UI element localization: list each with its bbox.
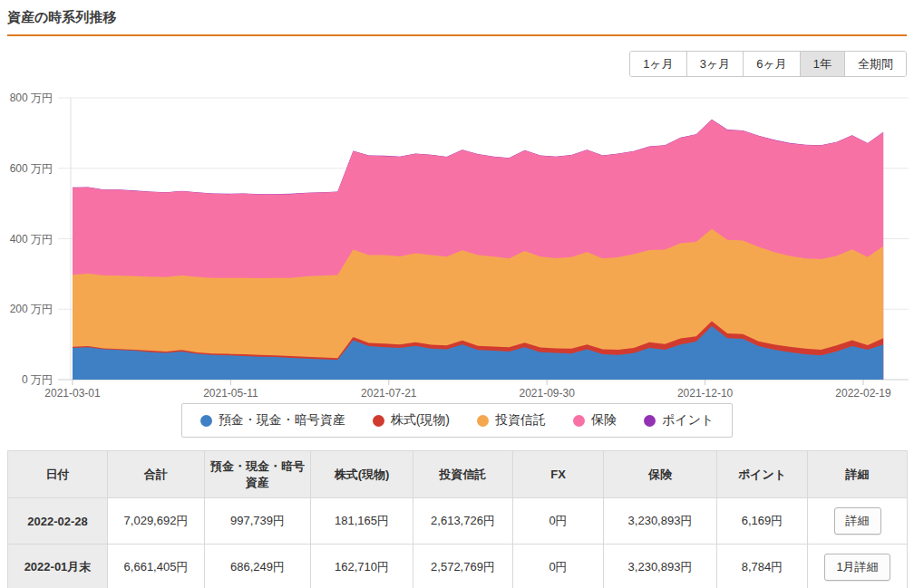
legend-item-4[interactable]: ポイント xyxy=(644,412,714,429)
chart-block: 1ヶ月3ヶ月6ヶ月1年全期間 0 万円200 万円400 万円600 万円800… xyxy=(0,51,914,438)
cell-insurance: 3,230,893円 xyxy=(604,545,717,588)
col-header-6: 保険 xyxy=(604,451,717,498)
y-axis-tick-label: 0 万円 xyxy=(22,373,53,386)
cell-fx: 0円 xyxy=(513,545,604,588)
cell-total: 6,661,405円 xyxy=(108,545,205,588)
y-axis-tick-label: 200 万円 xyxy=(10,303,53,315)
col-header-4: 投資信託 xyxy=(413,451,513,498)
cell-fx: 0円 xyxy=(513,498,604,545)
col-header-8: 詳細 xyxy=(808,451,908,498)
legend-label: 保険 xyxy=(591,412,617,429)
range-button-4[interactable]: 全期間 xyxy=(844,52,906,76)
col-header-2: 預金・現金・暗号資産 xyxy=(205,451,311,498)
col-header-5: FX xyxy=(513,451,604,498)
cell-insurance: 3,230,893円 xyxy=(604,498,717,545)
col-header-3: 株式(現物) xyxy=(311,451,413,498)
col-header-7: ポイント xyxy=(717,451,808,498)
col-header-0: 日付 xyxy=(8,451,108,498)
legend-label: ポイント xyxy=(662,412,714,429)
asset-timeseries-chart: 0 万円200 万円400 万円600 万円800 万円2021-03-0120… xyxy=(0,81,914,400)
legend-item-0[interactable]: 預金・現金・暗号資産 xyxy=(200,412,345,429)
legend-color-dot-icon xyxy=(200,415,212,427)
legend-label: 預金・現金・暗号資産 xyxy=(219,412,345,429)
cell-stocks: 162,710円 xyxy=(311,545,413,588)
legend-item-1[interactable]: 株式(現物) xyxy=(373,412,450,429)
legend-row: 預金・現金・暗号資産株式(現物)投資信託保険ポイント xyxy=(0,403,914,438)
legend-item-3[interactable]: 保険 xyxy=(573,412,617,429)
cell-date: 2022-02-28 xyxy=(8,498,108,545)
legend-color-dot-icon xyxy=(644,415,656,427)
cell-total: 7,029,692円 xyxy=(108,498,205,545)
table-row-1: 2022-01月末6,661,405円686,249円162,710円2,572… xyxy=(8,545,908,588)
y-axis-tick-label: 600 万円 xyxy=(10,162,53,175)
legend-item-2[interactable]: 投資信託 xyxy=(477,412,546,429)
range-button-0[interactable]: 1ヶ月 xyxy=(630,52,686,76)
cell-detail: 詳細 xyxy=(808,498,908,545)
cell-funds: 2,572,769円 xyxy=(413,545,513,588)
table-header-row: 日付合計預金・現金・暗号資産株式(現物)投資信託FX保険ポイント詳細 xyxy=(8,451,908,498)
legend-color-dot-icon xyxy=(477,415,489,427)
col-header-1: 合計 xyxy=(108,451,205,498)
range-button-2[interactable]: 6ヶ月 xyxy=(743,52,800,76)
cell-date: 2022-01月末 xyxy=(8,545,108,588)
cell-points: 6,169円 xyxy=(717,498,808,545)
legend-color-dot-icon xyxy=(573,415,585,427)
y-axis-tick-label: 400 万円 xyxy=(10,233,53,246)
cell-deposits: 686,249円 xyxy=(205,545,311,588)
x-axis-tick-label: 2021-12-10 xyxy=(677,387,734,400)
cell-deposits: 997,739円 xyxy=(205,498,311,545)
legend-label: 投資信託 xyxy=(495,412,546,429)
chart-legend: 預金・現金・暗号資産株式(現物)投資信託保険ポイント xyxy=(181,403,734,438)
x-axis-tick-label: 2021-07-21 xyxy=(361,387,417,400)
asset-table: 日付合計預金・現金・暗号資産株式(現物)投資信託FX保険ポイント詳細 2022-… xyxy=(7,450,908,588)
detail-button-1[interactable]: 1月詳細 xyxy=(824,554,890,581)
page-title: 資産の時系列推移 xyxy=(7,9,907,36)
x-axis-tick-label: 2021-05-11 xyxy=(203,387,258,400)
table-row-0: 2022-02-287,029,692円997,739円181,165円2,61… xyxy=(8,498,908,545)
cell-detail: 1月詳細 xyxy=(808,545,908,588)
y-axis-tick-label: 800 万円 xyxy=(10,92,53,104)
range-button-1[interactable]: 3ヶ月 xyxy=(686,52,744,76)
asset-history-page: 資産の時系列推移 1ヶ月3ヶ月6ヶ月1年全期間 0 万円200 万円400 万円… xyxy=(0,9,914,588)
legend-label: 株式(現物) xyxy=(391,412,450,429)
cell-points: 8,784円 xyxy=(717,545,808,588)
range-selector-group: 1ヶ月3ヶ月6ヶ月1年全期間 xyxy=(629,51,907,77)
x-axis-tick-label: 2021-03-01 xyxy=(44,387,101,400)
cell-stocks: 181,165円 xyxy=(311,498,413,545)
x-axis-tick-label: 2022-02-19 xyxy=(835,387,891,400)
cell-funds: 2,613,726円 xyxy=(413,498,513,545)
legend-color-dot-icon xyxy=(373,415,384,427)
table-body: 2022-02-287,029,692円997,739円181,165円2,61… xyxy=(8,498,908,588)
x-axis-tick-label: 2021-09-30 xyxy=(520,387,576,400)
range-button-3[interactable]: 1年 xyxy=(800,52,844,76)
detail-button-0[interactable]: 詳細 xyxy=(834,507,881,535)
range-selector-row: 1ヶ月3ヶ月6ヶ月1年全期間 xyxy=(0,51,907,77)
